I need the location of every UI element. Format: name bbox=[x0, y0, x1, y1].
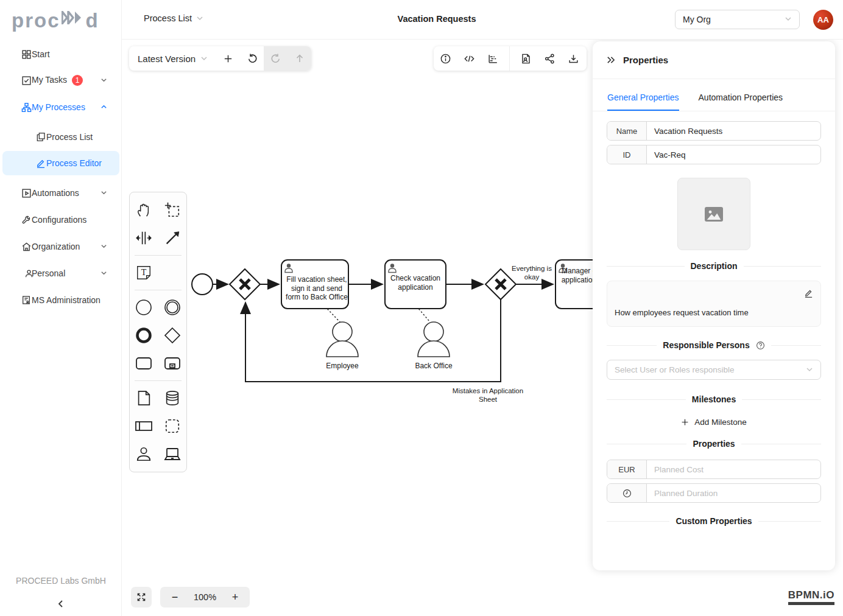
plus-icon bbox=[681, 418, 689, 426]
actor-label: Back Office bbox=[409, 362, 458, 371]
start-event[interactable] bbox=[192, 274, 213, 295]
chevron-down-icon bbox=[101, 75, 107, 85]
edit-icon bbox=[35, 158, 46, 169]
user-element-icon[interactable] bbox=[132, 442, 156, 466]
description-card: How employees request vacation time bbox=[607, 281, 821, 327]
zoom-out-button[interactable]: − bbox=[169, 591, 181, 604]
sidebar-item-ms-administration[interactable]: MS Administration bbox=[0, 288, 122, 312]
zoom-in-button[interactable]: + bbox=[229, 591, 241, 604]
tab-automation-properties[interactable]: Automation Properties bbox=[699, 84, 783, 111]
tab-general-properties[interactable]: General Properties bbox=[607, 84, 679, 111]
redo-button[interactable] bbox=[264, 46, 287, 71]
timeline-icon[interactable] bbox=[481, 46, 505, 71]
copy-icon bbox=[35, 131, 46, 142]
appstore-icon bbox=[21, 49, 32, 60]
sidebar-item-label: Process List bbox=[46, 132, 93, 142]
actor-employee[interactable] bbox=[326, 322, 358, 357]
share-icon[interactable] bbox=[538, 46, 562, 71]
sidebar-item-label: Configurations bbox=[32, 215, 86, 225]
add-milestone-label: Add Milestone bbox=[694, 418, 747, 427]
version-select-value: Latest Version bbox=[138, 54, 196, 64]
sidebar-item-my-tasks[interactable]: My Tasks1 bbox=[0, 68, 122, 93]
id-input[interactable] bbox=[647, 145, 820, 164]
planned-duration-input[interactable] bbox=[647, 484, 820, 502]
user-file-icon[interactable] bbox=[514, 46, 538, 71]
name-field-label: Name bbox=[607, 122, 647, 140]
sidebar-item-label: Automations bbox=[32, 188, 79, 198]
planned-duration-group bbox=[607, 483, 821, 503]
lasso-tool-icon[interactable] bbox=[160, 198, 185, 222]
properties-panel: Properties General Properties Automation… bbox=[593, 41, 835, 570]
process-action-toolbar bbox=[434, 46, 587, 71]
avatar[interactable]: AA bbox=[813, 10, 833, 30]
intermediate-event-icon[interactable] bbox=[160, 295, 185, 320]
data-object-icon[interactable] bbox=[132, 386, 156, 410]
bpmn-palette: T bbox=[129, 192, 187, 472]
machine-element-icon[interactable] bbox=[160, 442, 185, 466]
chevron-down-icon bbox=[101, 242, 107, 251]
hand-tool-icon[interactable] bbox=[132, 198, 156, 222]
chevron-down-icon bbox=[101, 268, 107, 278]
properties-tabs: General Properties Automation Properties bbox=[593, 84, 835, 111]
sidebar: proc d Start My Tasks1 My Processes Proc… bbox=[0, 0, 122, 616]
milestones-divider: Milestones bbox=[607, 394, 821, 404]
process-list-dropdown[interactable]: Process List bbox=[144, 13, 203, 23]
sidebar-item-process-editor[interactable]: Process Editor bbox=[2, 151, 119, 175]
participant-icon[interactable] bbox=[132, 414, 156, 438]
name-input[interactable] bbox=[647, 122, 820, 140]
chevron-down-icon bbox=[200, 55, 208, 62]
gateway-icon[interactable] bbox=[160, 323, 185, 348]
task-label: Check vacation application bbox=[387, 274, 443, 292]
tasks-count-badge: 1 bbox=[72, 75, 83, 86]
responsible-persons-select[interactable] bbox=[607, 360, 821, 380]
upload-button[interactable] bbox=[287, 46, 311, 71]
properties-title: Properties bbox=[623, 55, 668, 65]
palette-divider bbox=[135, 380, 182, 381]
sidebar-item-organization[interactable]: Organization bbox=[0, 234, 122, 259]
info-icon[interactable] bbox=[434, 46, 457, 71]
flow-icon bbox=[21, 102, 32, 113]
play-square-icon bbox=[21, 187, 32, 198]
bpmn-io-logo[interactable]: BPMN.iO bbox=[788, 589, 834, 605]
actor-back-office[interactable] bbox=[418, 322, 450, 357]
version-select[interactable]: Latest Version bbox=[129, 54, 216, 64]
add-milestone-button[interactable]: Add Milestone bbox=[593, 418, 835, 427]
sidebar-item-personal[interactable]: Personal bbox=[0, 261, 122, 285]
planned-cost-input[interactable] bbox=[647, 460, 820, 478]
group-icon[interactable] bbox=[160, 414, 185, 438]
end-event-icon[interactable] bbox=[132, 323, 156, 348]
sidebar-collapse-button[interactable] bbox=[0, 599, 122, 611]
sidebar-item-process-list[interactable]: Process List bbox=[0, 125, 122, 149]
code-icon[interactable] bbox=[457, 46, 481, 71]
fit-viewport-button[interactable] bbox=[131, 587, 152, 607]
text-annotation-icon[interactable]: T bbox=[132, 261, 156, 285]
sidebar-item-configurations[interactable]: Configurations bbox=[0, 208, 122, 232]
task-icon[interactable] bbox=[132, 351, 156, 376]
collapse-panel-icon[interactable] bbox=[606, 55, 615, 65]
planned-cost-group: EUR bbox=[607, 460, 821, 479]
responsible-persons-input[interactable] bbox=[615, 365, 806, 374]
zoom-control: − 100% + bbox=[160, 587, 250, 607]
start-event-icon[interactable] bbox=[132, 295, 156, 320]
sidebar-item-automations[interactable]: Automations bbox=[0, 181, 122, 205]
undo-button[interactable] bbox=[240, 46, 264, 71]
org-select[interactable]: My Org bbox=[675, 10, 800, 29]
create-version-button[interactable] bbox=[216, 46, 240, 71]
process-image-placeholder[interactable] bbox=[677, 178, 750, 250]
global-connect-icon[interactable] bbox=[160, 226, 185, 250]
logo-arrow-icon bbox=[62, 6, 86, 29]
download-icon[interactable] bbox=[562, 46, 585, 71]
tool-icon bbox=[21, 214, 32, 225]
space-tool-icon[interactable] bbox=[132, 226, 156, 250]
question-circle-icon[interactable] bbox=[756, 341, 765, 350]
subprocess-icon[interactable] bbox=[160, 351, 185, 376]
edit-description-icon[interactable] bbox=[804, 289, 813, 300]
sidebar-item-label: Organization bbox=[32, 242, 80, 251]
xor-gateway-1[interactable] bbox=[230, 269, 260, 299]
sidebar-item-start[interactable]: Start bbox=[0, 42, 122, 66]
data-store-icon[interactable] bbox=[160, 386, 185, 410]
home-icon bbox=[21, 241, 32, 252]
sidebar-item-my-processes[interactable]: My Processes bbox=[0, 95, 122, 119]
sidebar-item-label: Start bbox=[32, 49, 50, 59]
sidebar-item-label: My Processes bbox=[32, 102, 85, 112]
